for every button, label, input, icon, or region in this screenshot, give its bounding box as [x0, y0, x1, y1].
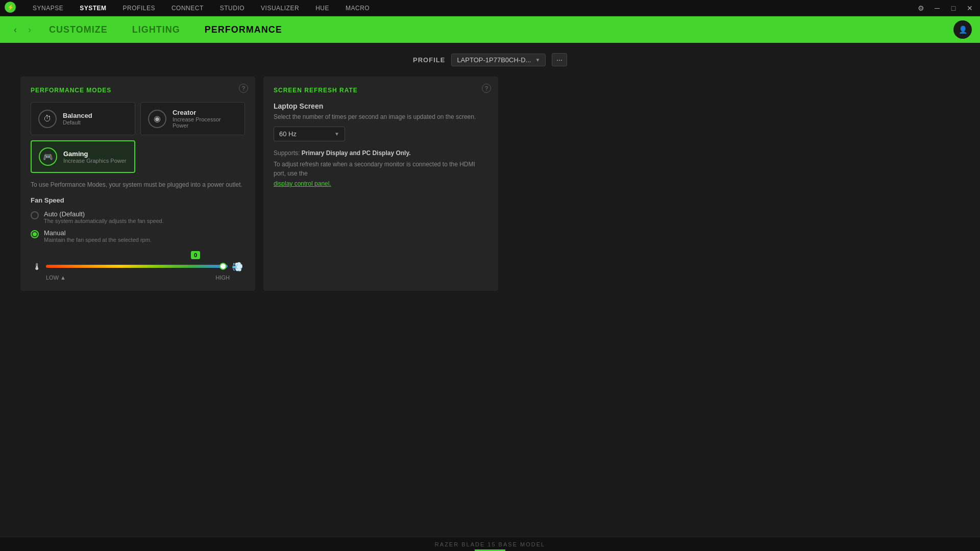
- creator-name: Creator: [173, 109, 237, 116]
- nav-system[interactable]: SYSTEM: [71, 0, 114, 16]
- forward-arrow[interactable]: ›: [22, 22, 37, 37]
- sec-nav-customize[interactable]: CUSTOMIZE: [37, 16, 120, 43]
- screen-info-icon[interactable]: ?: [482, 84, 491, 93]
- fan-manual-option[interactable]: Manual Maintain the fan speed at the sel…: [31, 229, 245, 243]
- top-nav: ⚡ SYNAPSE SYSTEM PROFILES CONNECT STUDIO…: [0, 0, 980, 16]
- fan-manual-radio[interactable]: [31, 230, 39, 238]
- back-arrow[interactable]: ‹: [8, 22, 22, 37]
- dropdown-arrow-icon: ▼: [535, 57, 540, 63]
- razer-logo: ⚡: [4, 1, 18, 15]
- gaming-text: Gaming Increase Graphics Power: [63, 150, 127, 164]
- performance-modes-panel: PERFORMANCE MODES ? ⏱ Balanced Default ◉…: [20, 77, 255, 291]
- nav-visualizer[interactable]: VISUALIZER: [253, 0, 307, 16]
- slider-high-label: HIGH: [216, 274, 230, 281]
- nav-profiles[interactable]: PROFILES: [115, 0, 163, 16]
- display-control-link[interactable]: display control panel.: [274, 180, 488, 187]
- screen-refresh-title: SCREEN REFRESH RATE: [274, 87, 488, 94]
- creator-text: Creator Increase Processor Power: [173, 109, 237, 129]
- mode-card-balanced[interactable]: ⏱ Balanced Default: [31, 102, 135, 135]
- fan-speed-title: Fan Speed: [31, 196, 245, 204]
- slider-row: 🌡 💨: [33, 261, 243, 272]
- balanced-name: Balanced: [63, 112, 92, 119]
- profile-more-button[interactable]: ···: [552, 53, 567, 66]
- fan-high-icon: 💨: [232, 261, 243, 272]
- screen-desc: Select the number of times per second an…: [274, 113, 488, 120]
- fan-auto-label: Auto (Default): [44, 210, 164, 218]
- slider-labels: LOW ▲ HIGH: [33, 274, 243, 281]
- nav-synapse[interactable]: SYNAPSE: [24, 0, 71, 16]
- slider-track-bar: [46, 265, 228, 268]
- top-nav-items: SYNAPSE SYSTEM PROFILES CONNECT STUDIO V…: [24, 0, 915, 16]
- fan-manual-text: Manual Maintain the fan speed at the sel…: [44, 229, 152, 243]
- nav-right-controls: ⚙ ─ □ ✕: [915, 2, 976, 14]
- balanced-icon: ⏱: [38, 110, 57, 128]
- fan-low-icon: 🌡: [33, 262, 42, 272]
- fan-slider-container: 0 🌡 💨 LOW ▲ HIGH: [31, 250, 245, 281]
- nav-studio[interactable]: STUDIO: [212, 0, 253, 16]
- slider-value-badge: 0: [191, 251, 200, 259]
- profile-dropdown[interactable]: LAPTOP-1P77B0CH-D... ▼: [451, 54, 546, 66]
- creator-desc: Increase Processor Power: [173, 116, 237, 129]
- power-note: To use Performance Modes, your system mu…: [31, 181, 245, 188]
- fan-auto-option[interactable]: Auto (Default) The system automatically …: [31, 210, 245, 224]
- profile-label: PROFILE: [413, 56, 445, 64]
- hz-value: 60 Hz: [279, 130, 297, 138]
- gaming-desc: Increase Graphics Power: [63, 158, 127, 164]
- sec-nav-lighting[interactable]: LIGHTING: [120, 16, 192, 43]
- supports-bold: Primary Display and PC Display Only.: [302, 149, 411, 157]
- fan-auto-text: Auto (Default) The system automatically …: [44, 210, 164, 224]
- user-avatar[interactable]: 👤: [953, 20, 972, 39]
- performance-modes-title: PERFORMANCE MODES: [31, 87, 245, 94]
- fan-auto-desc: The system automatically adjusts the fan…: [44, 218, 164, 224]
- maximize-icon[interactable]: □: [947, 2, 960, 14]
- supports-text: Supports: Primary Display and PC Display…: [274, 148, 488, 158]
- profile-bar: PROFILE LAPTOP-1P77B0CH-D... ▼ ···: [20, 53, 960, 66]
- fan-manual-desc: Maintain the fan speed at the selected r…: [44, 237, 152, 243]
- slider-thumb[interactable]: [219, 263, 227, 270]
- mode-cards: ⏱ Balanced Default ◉ Creator Increase Pr…: [31, 102, 245, 173]
- adjust-text: To adjust refresh rate when a secondary …: [274, 160, 488, 178]
- fan-slider-track[interactable]: [46, 265, 228, 269]
- mode-card-creator[interactable]: ◉ Creator Increase Processor Power: [140, 102, 245, 135]
- svg-text:⚡: ⚡: [7, 3, 14, 10]
- nav-macro[interactable]: MACRO: [337, 0, 378, 16]
- minimize-icon[interactable]: ─: [931, 2, 943, 14]
- sec-nav-performance[interactable]: PERFORMANCE: [192, 16, 295, 43]
- balanced-desc: Default: [63, 119, 92, 126]
- bottom-bar-text: RAZER BLADE 15 BASE MODEL: [435, 541, 545, 547]
- close-icon[interactable]: ✕: [964, 2, 976, 14]
- gaming-name: Gaming: [63, 150, 127, 158]
- settings-icon[interactable]: ⚙: [915, 2, 927, 14]
- balanced-text: Balanced Default: [63, 112, 92, 126]
- hz-dropdown-arrow-icon: ▼: [334, 131, 339, 137]
- fan-manual-label: Manual: [44, 229, 152, 237]
- secondary-nav: ‹ › CUSTOMIZE LIGHTING PERFORMANCE 👤: [0, 16, 980, 43]
- mode-card-gaming[interactable]: 🎮 Gaming Increase Graphics Power: [31, 140, 135, 173]
- creator-icon: ◉: [148, 110, 166, 128]
- performance-info-icon[interactable]: ?: [239, 84, 248, 93]
- screen-subtitle: Laptop Screen: [274, 102, 488, 110]
- nav-connect[interactable]: CONNECT: [163, 0, 212, 16]
- slider-low-label: LOW ▲: [46, 274, 66, 281]
- profile-value: LAPTOP-1P77B0CH-D...: [457, 56, 531, 64]
- fan-auto-radio[interactable]: [31, 211, 39, 219]
- nav-hue[interactable]: HUE: [307, 0, 337, 16]
- screen-refresh-panel: SCREEN REFRESH RATE ? Laptop Screen Sele…: [263, 77, 498, 291]
- bottom-bar: RAZER BLADE 15 BASE MODEL: [0, 537, 980, 551]
- gaming-icon: 🎮: [39, 147, 57, 166]
- hz-dropdown[interactable]: 60 Hz ▼: [274, 127, 345, 141]
- main-content: PROFILE LAPTOP-1P77B0CH-D... ▼ ··· PERFO…: [0, 43, 980, 301]
- panels-row: PERFORMANCE MODES ? ⏱ Balanced Default ◉…: [20, 77, 960, 291]
